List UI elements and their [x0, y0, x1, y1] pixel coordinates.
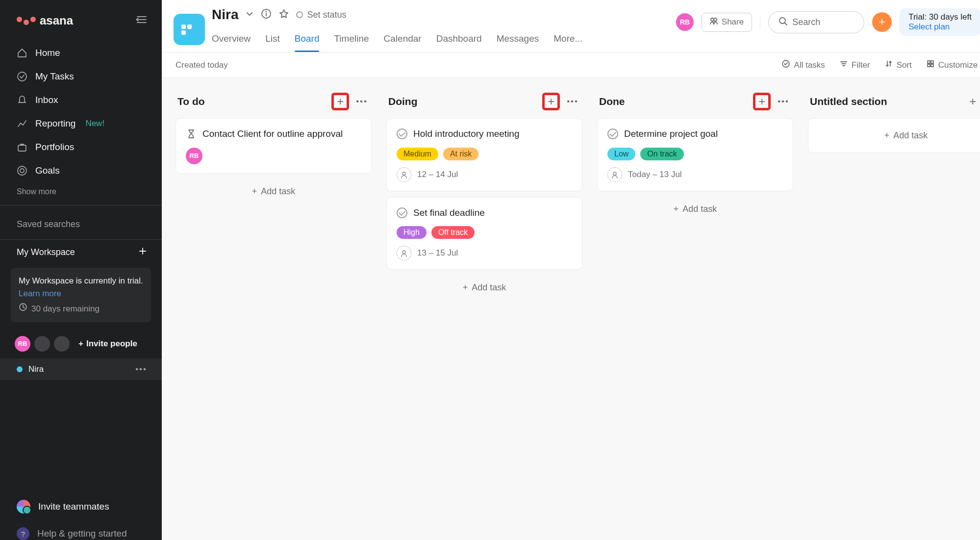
- tag-pill[interactable]: On track: [640, 148, 683, 160]
- svg-rect-22: [928, 61, 930, 63]
- column-more-icon[interactable]: •••: [776, 97, 791, 106]
- assignee-placeholder-icon[interactable]: [607, 167, 622, 182]
- search-input[interactable]: Search: [768, 11, 864, 33]
- asana-logo[interactable]: asana: [17, 14, 73, 27]
- svg-marker-13: [280, 10, 288, 18]
- column-more-icon[interactable]: •••: [565, 97, 580, 106]
- global-add-button[interactable]: +: [872, 12, 892, 32]
- add-task-button[interactable]: +Add task: [386, 276, 582, 300]
- add-task-button[interactable]: +Add task: [176, 180, 372, 204]
- tab-timeline[interactable]: Timeline: [334, 28, 369, 52]
- task-title: Determine project goal: [624, 128, 718, 141]
- add-task-button[interactable]: +Add task: [808, 119, 980, 153]
- logo-text: asana: [40, 14, 73, 27]
- nav-goals[interactable]: Goals: [0, 159, 162, 182]
- tag-pill[interactable]: High: [397, 226, 427, 239]
- tag-pill[interactable]: At risk: [443, 148, 478, 160]
- star-icon[interactable]: [278, 8, 289, 22]
- plus-icon: +: [884, 130, 890, 141]
- tag-pill[interactable]: Off track: [431, 226, 475, 239]
- complete-task-icon[interactable]: [397, 207, 407, 218]
- task-card[interactable]: Hold introductory meetingMediumAt risk12…: [386, 118, 582, 191]
- column-title[interactable]: Untitled section: [810, 96, 959, 107]
- tab-board[interactable]: Board: [295, 28, 320, 52]
- nav-reporting[interactable]: Reporting New!: [0, 112, 162, 135]
- column-add-button[interactable]: +: [753, 93, 771, 110]
- card-meta: Today – 13 Jul: [607, 167, 783, 182]
- column-title[interactable]: Done: [599, 96, 748, 107]
- topbar-right: RB Share Search + Trial: 30 days left Se…: [676, 8, 980, 51]
- invite-people-button[interactable]: + Invite people: [78, 339, 137, 349]
- set-status-button[interactable]: Set status: [296, 10, 346, 20]
- invite-teammates[interactable]: Invite teammates: [0, 491, 162, 522]
- all-tasks-button[interactable]: All tasks: [781, 59, 825, 71]
- help-getting-started[interactable]: ? Help & getting started: [0, 522, 162, 540]
- tab-more-[interactable]: More...: [553, 28, 582, 52]
- tag-pill[interactable]: Low: [607, 148, 635, 160]
- avatar[interactable]: RB: [15, 336, 30, 352]
- trial-pill[interactable]: Trial: 30 days left Select plan: [900, 8, 980, 36]
- task-card[interactable]: Determine project goalLowOn trackToday –…: [597, 118, 793, 191]
- task-dates[interactable]: 12 – 14 Jul: [417, 170, 458, 180]
- collapse-sidebar-icon[interactable]: [135, 15, 148, 27]
- pill-row: HighOff track: [397, 226, 572, 239]
- avatar[interactable]: RB: [676, 13, 694, 31]
- select-plan-link[interactable]: Select plan: [908, 22, 972, 32]
- filter-icon: [840, 60, 848, 70]
- show-more[interactable]: Show more: [0, 182, 162, 201]
- board-toolbar: Created today All tasks Filter Sort Cust…: [162, 52, 980, 78]
- column-title[interactable]: Doing: [388, 96, 537, 107]
- complete-task-icon[interactable]: [607, 129, 618, 139]
- svg-point-5: [18, 166, 26, 175]
- assignee-placeholder-icon[interactable]: [397, 246, 411, 260]
- hourglass-icon: [186, 129, 197, 139]
- svg-point-28: [613, 172, 616, 175]
- tab-messages[interactable]: Messages: [497, 28, 539, 52]
- filter-button[interactable]: Filter: [840, 60, 870, 70]
- chevron-down-icon[interactable]: [245, 9, 254, 21]
- project-icon[interactable]: [174, 14, 205, 45]
- check-circle-icon: [781, 59, 790, 71]
- column-doing: Doing+•••Hold introductory meetingMedium…: [386, 91, 582, 527]
- nav-inbox[interactable]: Inbox: [0, 88, 162, 112]
- info-icon[interactable]: [261, 8, 272, 22]
- divider: [760, 14, 760, 30]
- task-card[interactable]: Set final deadlineHighOff track13 – 15 J…: [386, 197, 582, 270]
- avatar-placeholder[interactable]: [54, 336, 70, 352]
- add-task-button[interactable]: +Add task: [597, 197, 793, 221]
- tab-dashboard[interactable]: Dashboard: [436, 28, 482, 52]
- task-dates[interactable]: Today – 13 Jul: [628, 170, 682, 180]
- share-button[interactable]: Share: [702, 13, 752, 32]
- column-add-button[interactable]: +: [964, 93, 980, 110]
- more-icon[interactable]: •••: [135, 364, 147, 374]
- task-dates[interactable]: 13 – 15 Jul: [417, 248, 458, 258]
- column-title[interactable]: To do: [177, 96, 327, 107]
- trial-text: My Workspace is currently in trial.: [19, 276, 143, 285]
- nav-portfolios[interactable]: Portfolios: [0, 135, 162, 159]
- tab-calendar[interactable]: Calendar: [384, 28, 422, 52]
- sort-button[interactable]: Sort: [885, 60, 912, 70]
- new-badge: New!: [85, 119, 104, 129]
- column-more-icon[interactable]: •••: [354, 97, 370, 106]
- column-add-button[interactable]: +: [542, 93, 560, 110]
- customize-button[interactable]: Customize: [927, 60, 978, 70]
- trial-learn-more[interactable]: Learn more: [19, 289, 61, 298]
- assignee-placeholder-icon[interactable]: [397, 167, 411, 182]
- nav-my-tasks[interactable]: My Tasks: [0, 65, 162, 88]
- project-title[interactable]: Nira: [212, 7, 238, 23]
- project-tabs: OverviewListBoardTimelineCalendarDashboa…: [212, 28, 669, 52]
- svg-point-14: [711, 18, 714, 21]
- tab-list[interactable]: List: [265, 28, 280, 52]
- assignee-avatar[interactable]: RB: [186, 148, 202, 164]
- complete-task-icon[interactable]: [397, 129, 407, 139]
- workspace-header[interactable]: My Workspace: [0, 240, 162, 265]
- column-add-button[interactable]: +: [331, 93, 349, 110]
- task-card[interactable]: Contact Client for outline approvalRB: [176, 118, 372, 174]
- tab-overview[interactable]: Overview: [212, 28, 251, 52]
- svg-point-16: [779, 18, 785, 24]
- tag-pill[interactable]: Medium: [397, 148, 438, 160]
- plus-icon[interactable]: [138, 247, 147, 258]
- nav-home[interactable]: Home: [0, 41, 162, 65]
- avatar-placeholder[interactable]: [34, 336, 50, 352]
- sidebar-project-nira[interactable]: Nira •••: [0, 359, 162, 380]
